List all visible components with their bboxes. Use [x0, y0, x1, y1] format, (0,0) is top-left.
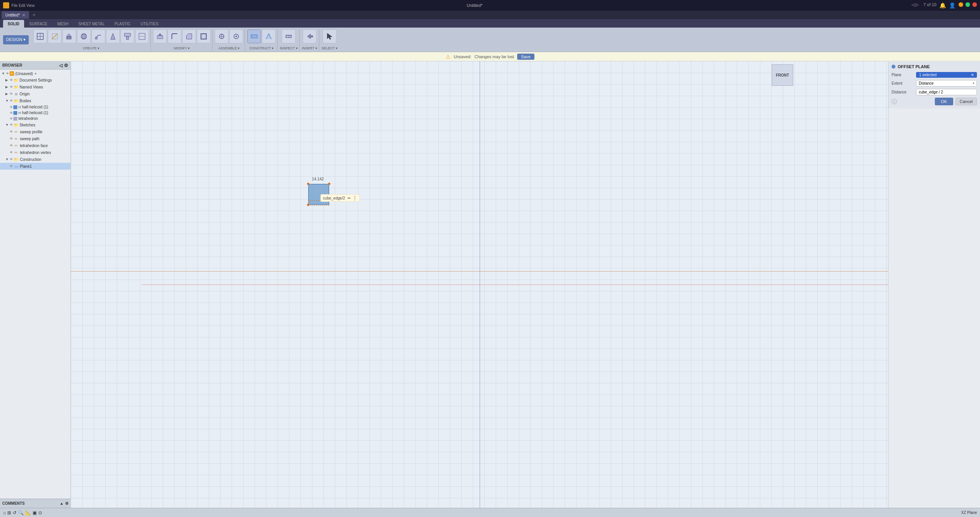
tree-item-sweep-profile[interactable]: 👁 ✏ sweep profile	[0, 128, 70, 135]
tree-item-sketches[interactable]: ▼ 👁 📁 Sketches	[0, 121, 70, 128]
ok-button[interactable]: OK	[935, 98, 953, 105]
select-buttons	[323, 29, 336, 43]
active-tab[interactable]: Untitled* ✕	[2, 11, 29, 19]
grid-icon[interactable]: ⊞	[7, 510, 11, 515]
shell-btn[interactable]	[197, 29, 211, 43]
viewport[interactable]: 14.142 cube_edge/2 ✏ ⋮ FRONT	[71, 61, 888, 508]
tab-solid[interactable]: SOLID	[3, 20, 24, 28]
save-button[interactable]: Save	[517, 54, 534, 60]
tree-item-bodies[interactable]: ▼ 👁 📁 Bodies	[0, 97, 70, 104]
tree-item-half-helicoid-1b[interactable]: 👁 H half-helicoid (1)	[0, 110, 70, 116]
tab-mesh[interactable]: MESH	[53, 20, 73, 28]
extrude-btn[interactable]	[62, 29, 76, 43]
expr-more-icon[interactable]: ⋮	[353, 195, 357, 201]
eye-tetrahedron-vertex[interactable]: 👁	[10, 151, 13, 154]
chamfer-btn[interactable]	[182, 29, 196, 43]
fillet-btn[interactable]	[168, 29, 181, 43]
tree-item-origin[interactable]: ▶ 👁 ⊕ Origin	[0, 90, 70, 97]
eye-named-views[interactable]: 👁	[10, 85, 13, 89]
extent-select[interactable]: Distance ▾	[916, 80, 977, 87]
tree-item-tetrahedron-vertex[interactable]: 👁 ✏ tetrahedron vertex	[0, 149, 70, 156]
browser-header: BROWSER ◁ ⚙	[0, 61, 70, 70]
eye-unsaved[interactable]: 👁	[6, 72, 9, 75]
toolbar-group-modify: MODIFY ▾	[152, 29, 212, 51]
inspect-icon[interactable]: ⊙	[38, 510, 42, 515]
view-cube[interactable]: FRONT	[770, 64, 793, 87]
tab-plastic[interactable]: PLASTIC	[110, 20, 135, 28]
tree-item-half-helicoid-1a[interactable]: 👁 H half-helicoid (1)	[0, 104, 70, 110]
eye-sweep-path[interactable]: 👁	[10, 137, 13, 141]
maximize-btn[interactable]	[965, 2, 970, 7]
tab-utilities[interactable]: UTILITIES	[136, 20, 163, 28]
select-tool-btn[interactable]	[323, 29, 336, 43]
sweep-btn[interactable]	[91, 29, 105, 43]
revolve-btn[interactable]	[77, 29, 91, 43]
notification-bell[interactable]: 🔔	[939, 2, 946, 8]
plane-clear-btn[interactable]: ✕	[971, 73, 974, 77]
browser-collapse-btn[interactable]: ◁	[59, 63, 62, 68]
tab-counter[interactable]: 7 of 10	[923, 2, 936, 8]
tab-surface[interactable]: SURFACE	[25, 20, 52, 28]
joint-btn[interactable]	[215, 29, 229, 43]
cancel-button[interactable]: Cancel	[956, 98, 977, 105]
eye-tetrahedron-face[interactable]: 👁	[10, 144, 13, 147]
comments-settings-icon[interactable]: ⚙	[65, 501, 69, 506]
web-btn[interactable]	[135, 29, 149, 43]
eye-construction[interactable]: 👁	[10, 157, 13, 161]
folder-icon-named-views: 📁	[13, 84, 19, 90]
tree-item-doc-settings[interactable]: ▶ 👁 📁 Document Settings	[0, 77, 70, 83]
close-btn[interactable]	[972, 2, 977, 7]
eye-doc-settings[interactable]: 👁	[10, 78, 13, 82]
tree-item-named-views[interactable]: ▶ 👁 📁 Named Views	[0, 83, 70, 90]
tab-close-icon[interactable]: ✕	[22, 13, 25, 17]
eye-tetrahedron[interactable]: 👁	[10, 117, 13, 121]
create-sketch-btn[interactable]	[48, 29, 62, 43]
insert-derive-btn[interactable]	[303, 29, 317, 43]
orbit-icon[interactable]: ↺	[13, 510, 16, 515]
display-icon[interactable]: ▣	[33, 510, 37, 515]
tree-item-plane1[interactable]: 👁 ▭ Plane1	[0, 163, 70, 170]
comments-expand-btn[interactable]: ▲	[60, 501, 64, 506]
svg-rect-9	[95, 37, 97, 39]
nav-arrows[interactable]: ◁ ▷	[911, 2, 919, 8]
view-cube-front[interactable]: FRONT	[772, 64, 793, 86]
eye-half-helicoid-1b[interactable]: 👁	[10, 111, 13, 115]
insert-buttons	[303, 29, 317, 43]
eye-plane1[interactable]: 👁	[10, 164, 13, 168]
design-dropdown[interactable]: DESIGN ▾	[3, 35, 29, 44]
loft-btn[interactable]	[106, 29, 120, 43]
root-icon: F	[10, 71, 14, 76]
tree-item-tetrahedron-face[interactable]: 👁 ✏ tetrahedron face	[0, 142, 70, 149]
minimize-btn[interactable]	[959, 2, 963, 7]
tree-item-sweep-path[interactable]: 👁 ✏ sweep path	[0, 135, 70, 142]
joint-origin-btn[interactable]	[229, 29, 243, 43]
distance-input[interactable]: cube_edge / 2	[916, 89, 977, 95]
new-tab-btn[interactable]: ＋	[31, 11, 37, 18]
tree-item-construction[interactable]: ▼ 👁 📁 Construction	[0, 156, 70, 163]
plane-input[interactable]: 1 selected ✕	[916, 72, 977, 78]
plane-at-angle-btn[interactable]	[262, 29, 276, 43]
eye-sketches[interactable]: 👁	[10, 123, 13, 127]
zoom-icon[interactable]: 🔍	[18, 510, 24, 515]
tree-item-tetrahedron[interactable]: 👁 tetrahedron	[0, 116, 70, 121]
model-object[interactable]: 14.142 cube_edge/2 ✏ ⋮	[308, 184, 329, 205]
svg-point-8	[82, 34, 85, 39]
browser-settings-icon[interactable]: ⚙	[64, 63, 68, 68]
expr-edit-icon[interactable]: ✏	[348, 196, 351, 200]
eye-half-helicoid-1a[interactable]: 👁	[10, 105, 13, 109]
home-icon[interactable]: ⌂	[3, 510, 6, 515]
tree-item-unsaved[interactable]: ▼ 👁 F (Unsaved) ●	[0, 70, 70, 77]
rib-btn[interactable]	[121, 29, 134, 43]
info-icon[interactable]: i	[892, 99, 897, 104]
press-pull-btn[interactable]	[153, 29, 167, 43]
offset-plane-btn[interactable]	[247, 29, 261, 43]
new-component-btn[interactable]	[33, 29, 47, 43]
measure-status-icon[interactable]: 📐	[25, 510, 31, 515]
eye-bodies[interactable]: 👁	[10, 99, 13, 103]
measure-btn[interactable]	[282, 29, 296, 43]
eye-origin[interactable]: 👁	[10, 92, 13, 96]
eye-sweep-profile[interactable]: 👁	[10, 130, 13, 134]
tab-sheet-metal[interactable]: SHEET METAL	[74, 20, 109, 28]
account-icon[interactable]: 👤	[949, 2, 956, 8]
browser-header-controls: ◁ ⚙	[59, 63, 68, 68]
